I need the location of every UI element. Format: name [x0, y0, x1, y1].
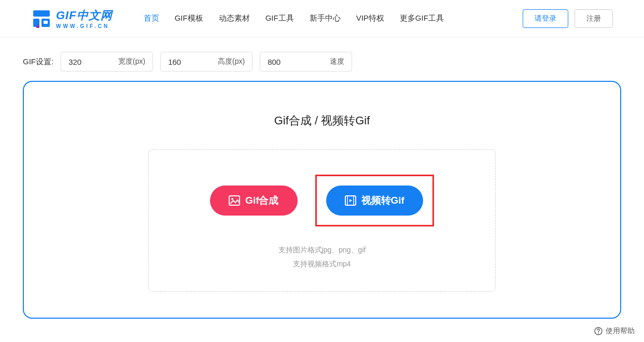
drop-area[interactable]: Gif合成 视频转Gif 支持图片格式jpg、png、: [148, 149, 496, 292]
gif-compose-button[interactable]: Gif合成: [210, 186, 297, 216]
panel-title: Gif合成 / 视频转Gif: [274, 113, 370, 129]
svg-marker-10: [349, 199, 352, 202]
logo[interactable]: GIF中文网 WWW.GIF.CN: [31, 8, 113, 29]
help-link[interactable]: 使用帮助: [594, 326, 635, 329]
video-to-gif-button[interactable]: 视频转Gif: [326, 186, 423, 216]
nav-tools[interactable]: GIF工具: [265, 13, 294, 23]
auth-buttons: 请登录 注册: [523, 9, 613, 28]
nav-materials[interactable]: 动态素材: [219, 13, 250, 23]
gif-settings: GIF设置: 宽度(px) 高度(px) 速度: [0, 37, 644, 81]
settings-label: GIF设置:: [23, 57, 53, 67]
nav-more[interactable]: 更多GIF工具: [400, 13, 444, 23]
support-video-formats: 支持视频格式mp4: [278, 257, 366, 271]
help-label: 使用帮助: [606, 326, 635, 329]
svg-rect-4: [44, 21, 48, 24]
height-suffix: 高度(px): [218, 57, 245, 66]
nav-newbie[interactable]: 新手中心: [310, 13, 341, 23]
video-button-highlight: 视频转Gif: [315, 175, 434, 226]
nav-templates[interactable]: GIF模板: [175, 13, 203, 23]
speed-input[interactable]: [268, 58, 309, 66]
svg-rect-2: [36, 25, 39, 28]
nav: 首页 GIF模板 动态素材 GIF工具 新手中心 VIP特权 更多GIF工具: [144, 13, 444, 23]
support-text: 支持图片格式jpg、png、gif 支持视频格式mp4: [278, 243, 366, 270]
support-image-formats: 支持图片格式jpg、png、gif: [278, 243, 366, 257]
image-icon: [229, 195, 240, 206]
height-setting: 高度(px): [160, 52, 253, 72]
action-buttons: Gif合成 视频转Gif: [210, 175, 434, 226]
height-input[interactable]: [168, 58, 209, 66]
header: GIF中文网 WWW.GIF.CN 首页 GIF模板 动态素材 GIF工具 新手…: [0, 0, 644, 37]
logo-sub: WWW.GIF.CN: [56, 23, 113, 29]
logo-main: GIF中文网: [56, 8, 113, 23]
logo-icon: [31, 8, 52, 29]
logo-text: GIF中文网 WWW.GIF.CN: [56, 8, 113, 29]
login-button[interactable]: 请登录: [523, 9, 568, 28]
speed-setting: 速度: [260, 52, 352, 72]
width-suffix: 宽度(px): [118, 57, 145, 66]
compose-label: Gif合成: [245, 194, 278, 207]
svg-point-6: [231, 198, 233, 200]
register-button[interactable]: 注册: [575, 9, 613, 28]
video-label: 视频转Gif: [361, 194, 404, 207]
main-panel: Gif合成 / 视频转Gif Gif合成: [23, 81, 621, 319]
svg-rect-0: [33, 10, 50, 17]
nav-home[interactable]: 首页: [144, 13, 159, 23]
width-input[interactable]: [68, 58, 110, 66]
speed-suffix: 速度: [330, 57, 344, 66]
width-setting: 宽度(px): [61, 52, 153, 72]
video-icon: [345, 195, 356, 206]
nav-vip[interactable]: VIP特权: [356, 13, 384, 23]
help-icon: [594, 327, 603, 329]
